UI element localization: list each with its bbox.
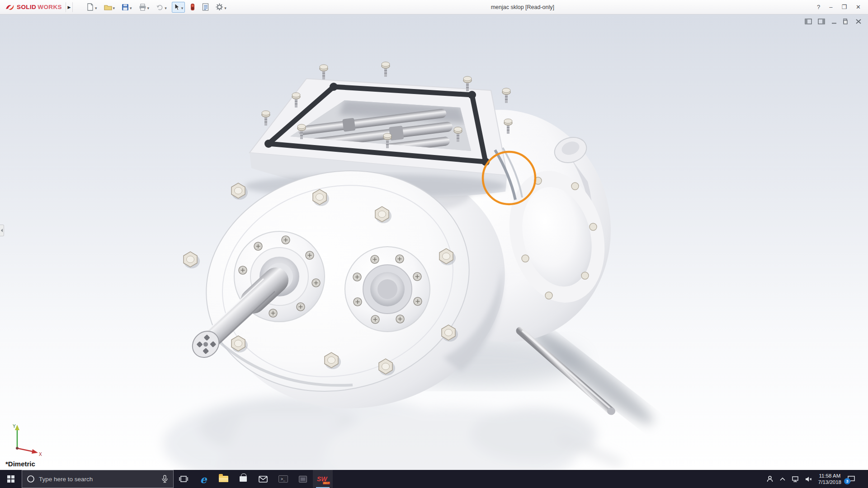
save-floppy-icon	[122, 4, 129, 11]
menu-flyout-arrow-icon[interactable]	[66, 2, 73, 12]
network-icon[interactable]	[792, 476, 799, 483]
pane-left-icon[interactable]	[805, 19, 812, 24]
taskbar-search[interactable]: Type here to search	[22, 470, 174, 488]
print-icon	[139, 4, 146, 11]
dassault-mark-icon	[5, 3, 15, 11]
taskbar: Type here to search e >_ SW 2017	[0, 470, 868, 488]
task-view-icon	[179, 475, 188, 483]
rebuild-icon	[190, 3, 195, 11]
open-button[interactable]	[102, 2, 117, 13]
open-folder-icon	[104, 4, 112, 11]
brand-solid: SOLID	[17, 4, 36, 10]
chevron-down-icon[interactable]	[130, 3, 132, 11]
system-tray: 11:58 AM 7/13/2018 3	[766, 470, 868, 488]
rebuild-button[interactable]	[188, 2, 197, 12]
print-button[interactable]	[137, 2, 151, 13]
chevron-down-icon[interactable]	[181, 3, 184, 11]
chevron-down-icon[interactable]	[113, 3, 115, 11]
task-view-button[interactable]	[174, 470, 193, 488]
x-axis-arrow-icon	[32, 449, 38, 454]
graphics-viewport[interactable]: Y X *Dimetric	[0, 14, 868, 470]
help-button[interactable]: ?	[817, 4, 820, 10]
y-axis-label: Y	[13, 424, 16, 429]
solidworks-taskbar-icon[interactable]: SW 2017	[313, 470, 333, 488]
close-button[interactable]: ✕	[856, 4, 861, 10]
select-cursor-icon	[174, 3, 180, 11]
select-button[interactable]	[172, 2, 185, 13]
gearbox-3d-model[interactable]	[0, 14, 868, 470]
chevron-down-icon[interactable]	[165, 3, 167, 11]
orientation-triad: Y X	[10, 422, 46, 456]
chevron-down-icon[interactable]	[147, 3, 150, 11]
taskbar-clock[interactable]: 11:58 AM 7/13/2018	[818, 473, 841, 485]
titlebar: SOLIDWORKS	[0, 0, 868, 14]
new-document-button[interactable]	[85, 2, 99, 13]
new-document-icon	[86, 3, 94, 11]
minimize-button[interactable]: –	[829, 4, 832, 10]
microphone-icon[interactable]	[161, 475, 169, 483]
floor-reflection	[163, 394, 624, 470]
console-icon[interactable]: >_	[273, 470, 293, 488]
search-placeholder: Type here to search	[39, 476, 157, 483]
gear-icon	[216, 3, 223, 11]
file-explorer-icon[interactable]	[213, 470, 233, 488]
chevron-down-icon[interactable]	[224, 3, 226, 11]
windows-logo-icon	[7, 475, 14, 483]
tray-overflow-chevron-icon[interactable]	[779, 477, 786, 481]
chevron-down-icon[interactable]	[95, 3, 97, 11]
start-button[interactable]	[0, 470, 22, 488]
notification-badge: 3	[844, 478, 850, 484]
clock-date: 7/13/2018	[818, 479, 841, 485]
document-window-controls	[805, 19, 862, 24]
options-button[interactable]	[214, 2, 228, 13]
file-properties-button[interactable]	[200, 2, 211, 12]
x-axis-label: X	[39, 452, 42, 456]
action-center-icon[interactable]: 3	[847, 475, 855, 483]
save-button[interactable]	[120, 2, 134, 13]
pinned-app-icon[interactable]	[293, 470, 313, 488]
pane-right-icon[interactable]	[818, 19, 825, 24]
window-controls: ? – ❐ ✕	[817, 4, 868, 10]
people-icon[interactable]	[766, 475, 774, 483]
main-toolbar	[73, 2, 228, 13]
maximize-button[interactable]: ❐	[841, 4, 847, 10]
store-icon[interactable]	[233, 470, 253, 488]
edge-browser-icon[interactable]: e	[193, 470, 213, 488]
mail-icon[interactable]	[253, 470, 273, 488]
right-bearing-hub	[345, 247, 430, 332]
cortana-icon	[27, 475, 35, 483]
document-restore-icon[interactable]	[843, 19, 849, 24]
view-orientation-label: *Dimetric	[5, 460, 35, 468]
file-properties-icon	[202, 3, 209, 11]
clock-time: 11:58 AM	[819, 473, 841, 479]
solidworks-logo: SOLIDWORKS	[0, 3, 66, 11]
volume-icon[interactable]	[805, 476, 812, 483]
document-close-icon[interactable]	[855, 19, 862, 24]
window-title: menjac sklop [Read-only]	[228, 4, 817, 10]
undo-button[interactable]	[154, 2, 169, 13]
undo-arrow-icon	[156, 4, 164, 11]
document-minimize-icon[interactable]	[831, 19, 837, 24]
brand-works: WORKS	[38, 4, 62, 10]
